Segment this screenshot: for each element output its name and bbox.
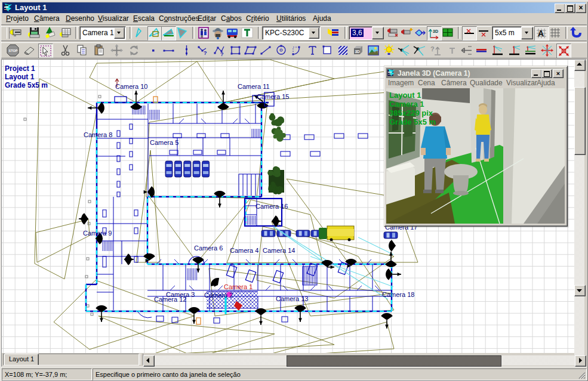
svg-text:STOP: STOP	[9, 49, 18, 52]
svg-text:Camera 1: Camera 1	[389, 100, 424, 109]
svg-text:?: ?	[430, 45, 435, 52]
svg-text:Grade 5x5 m: Grade 5x5 m	[389, 117, 436, 126]
svg-text:3D: 3D	[355, 49, 361, 54]
svg-text:Layout 1: Layout 1	[389, 91, 421, 100]
svg-text:385x229 pix: 385x229 pix	[389, 109, 433, 117]
svg-text:?: ?	[220, 51, 224, 57]
svg-text:3D: 3D	[433, 29, 438, 33]
svg-text:A: A	[538, 29, 544, 38]
svg-text:?: ?	[204, 50, 207, 56]
